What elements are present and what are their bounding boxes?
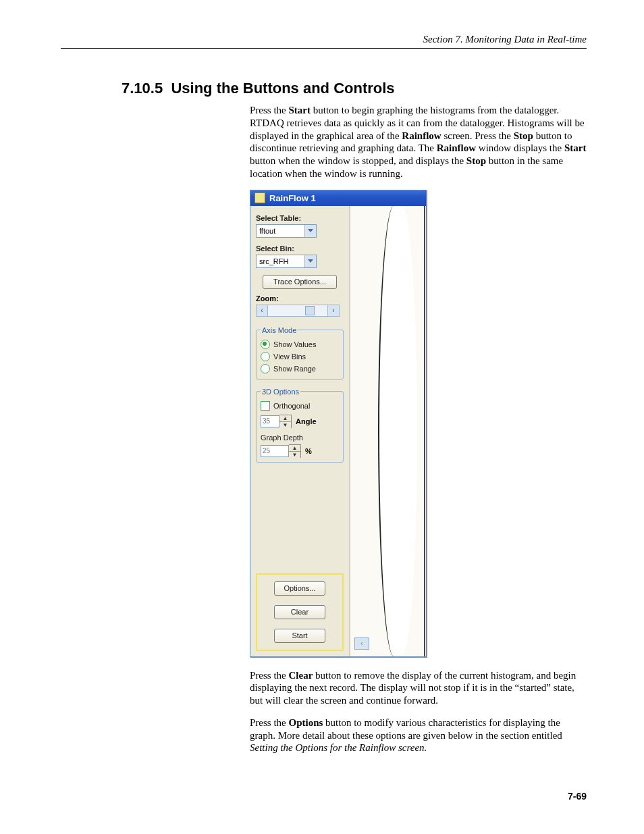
radio-icon[interactable] [261,364,270,373]
window-title: RainFlow 1 [269,193,316,203]
graph-depth-label: Graph Depth [261,434,339,442]
trace-options-button[interactable]: Trace Options... [263,275,337,289]
axis-mode-show-values[interactable]: Show Values [261,338,339,350]
step-up-icon[interactable]: ▲ [279,415,291,422]
axis-mode-group: Axis Mode Show Values View Bins Show Ran… [256,326,344,380]
bottom-button-group: Options... Clear Start [256,573,344,651]
zoom-scrollbar[interactable]: ‹ › [256,305,340,317]
start-button[interactable]: Start [274,629,325,643]
scroll-left-icon[interactable]: ‹ [257,305,268,316]
zoom-label: Zoom: [256,294,344,303]
scroll-right-icon[interactable]: › [327,305,339,316]
rainflow-window: RainFlow 1 ‹ Select Table: fftout Select… [250,190,427,657]
running-head: Section 7. Monitoring Data in Real-time [61,34,587,49]
page-number: 7-69 [568,791,587,802]
paragraph-1: Press the Start button to begin graphing… [250,104,587,180]
angle-stepper[interactable]: ▲ ▼ [279,415,292,428]
titlebar[interactable]: RainFlow 1 [250,190,426,207]
depth-unit: % [305,447,312,455]
radio-icon[interactable] [261,352,270,361]
select-bin-label: Select Bin: [256,244,344,253]
step-down-icon[interactable]: ▼ [279,422,291,428]
axis-mode-show-range[interactable]: Show Range [261,363,339,375]
paragraph-3: Press the Options button to modify vario… [250,716,587,754]
clear-button[interactable]: Clear [274,605,325,619]
chevron-down-icon[interactable] [304,225,316,237]
3d-options-legend: 3D Options [261,388,300,396]
scroll-thumb[interactable] [305,306,315,315]
hscroll-left-button[interactable]: ‹ [354,637,369,650]
angle-input[interactable]: 35 [261,415,279,427]
select-bin-dropdown[interactable]: src_RFH [256,255,317,268]
chevron-down-icon[interactable] [304,255,316,267]
graph-area: ‹ [350,206,426,656]
step-down-icon[interactable]: ▼ [289,452,300,458]
select-table-value: fftout [257,227,304,235]
section-number: 7.10.5 [122,80,163,97]
app-icon [254,192,265,203]
depth-stepper[interactable]: ▲ ▼ [289,444,301,458]
controls-panel: Select Table: fftout Select Bin: src_RFH… [250,206,350,656]
depth-input[interactable]: 25 [261,445,289,457]
paragraph-2: Press the Clear button to remove the dis… [250,669,587,707]
select-table-dropdown[interactable]: fftout [256,224,317,238]
select-table-label: Select Table: [256,214,344,222]
angle-label: Angle [296,417,317,425]
axis-mode-legend: Axis Mode [261,326,298,334]
options-button[interactable]: Options... [274,581,325,596]
select-bin-value: src_RFH [257,257,304,265]
orthogonal-checkbox[interactable]: Orthogonal [261,400,339,412]
axis-mode-view-bins[interactable]: View Bins [261,350,339,363]
radio-icon[interactable] [261,340,270,349]
section-heading: 7.10.5 Using the Buttons and Controls [122,80,587,97]
3d-options-group: 3D Options Orthogonal 35 ▲ ▼ Angle Graph… [256,388,344,463]
step-up-icon[interactable]: ▲ [289,445,300,452]
section-title-text: Using the Buttons and Controls [171,80,394,97]
checkbox-icon[interactable] [261,401,270,411]
